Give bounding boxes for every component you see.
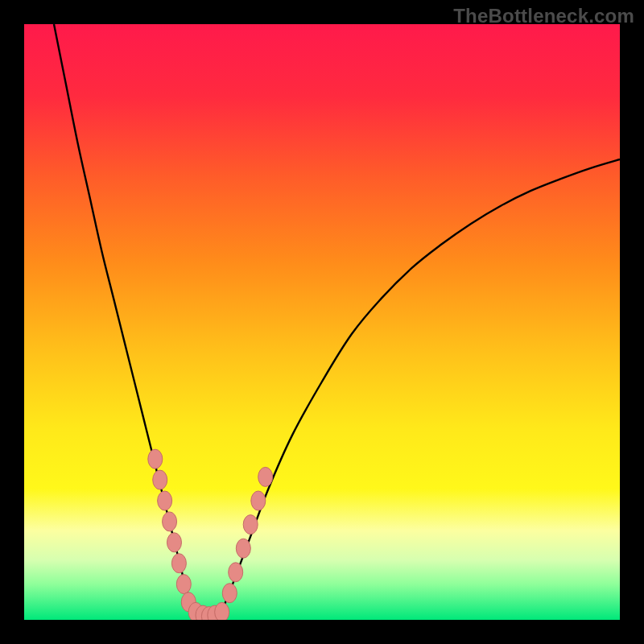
data-marker: [171, 554, 186, 573]
data-marker: [229, 563, 243, 582]
data-marker: [148, 449, 163, 469]
plot-svg: [24, 24, 620, 620]
data-marker: [215, 602, 229, 620]
watermark-text: TheBottleneck.com: [453, 5, 634, 27]
plot-area: [24, 24, 620, 620]
gradient-background: [24, 24, 620, 620]
chart-frame: TheBottleneck.com: [0, 0, 644, 644]
data-marker: [236, 539, 250, 558]
data-marker: [258, 467, 273, 486]
data-marker: [176, 575, 191, 594]
data-marker: [163, 512, 177, 531]
data-marker: [222, 584, 237, 603]
data-marker: [153, 470, 167, 489]
data-marker: [158, 491, 172, 510]
data-marker: [251, 491, 266, 510]
data-marker: [243, 515, 258, 535]
data-marker: [167, 533, 181, 552]
